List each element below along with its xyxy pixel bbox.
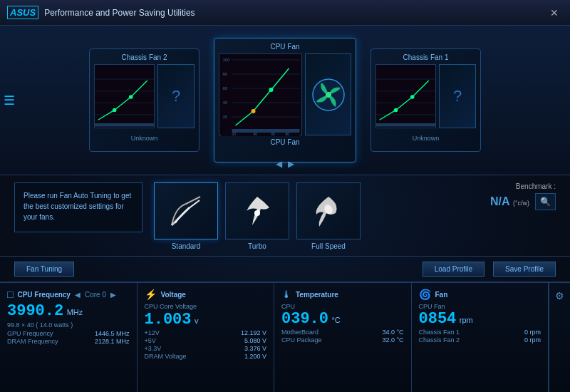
chassis-fan1-card: Chassis Fan 1 ? [370, 48, 481, 152]
svg-text:20: 20 [223, 115, 228, 119]
main-content: ☰ Chassis Fan 2 [0, 26, 570, 392]
fan-info-box: Please run Fan Auto Tuning to get the be… [14, 182, 142, 232]
cpu-temp-label: CPU [281, 303, 295, 310]
cpu-fan-graph: 100 80 60 40 20 [219, 53, 302, 135]
svg-point-33 [394, 108, 398, 113]
cpu-fan-name: CPU Fan [219, 138, 351, 146]
next-page[interactable]: ▶ [288, 159, 294, 169]
cpu-dram-row: DRAM Frequency 2128.1 MHz [7, 338, 130, 345]
v33-label: +3.3V [145, 345, 162, 352]
cpu-dram-label: DRAM Frequency [7, 338, 58, 345]
svg-text:40: 40 [223, 100, 228, 105]
svg-point-34 [410, 95, 415, 99]
cpu-nav-label[interactable]: Core 0 [85, 291, 106, 299]
cpu-icon: □ [7, 289, 13, 300]
chassis-fan2-title: Chassis Fan 2 [94, 53, 195, 61]
temp-icon: 🌡 [281, 289, 291, 300]
voltage-icon: ⚡ [145, 289, 157, 300]
prev-page[interactable]: ◀ [276, 159, 282, 169]
chassis-fan2-card: Chassis Fan 2 [89, 48, 200, 152]
chassis-fan2-status: Unknown [131, 135, 158, 142]
cpu-panel: □ CPU Frequency ◀ Core 0 ▶ 3990.2 MHz 99… [0, 283, 138, 392]
v5-value: 5.080 V [244, 337, 266, 344]
chassis2-fan-label: Chassis Fan 2 [419, 336, 460, 344]
cpu-main-value: 3990.2 [7, 302, 63, 320]
chassis-fan1-title: Chassis Fan 1 [375, 53, 476, 61]
mode-standard[interactable]: Standard [154, 182, 218, 250]
cpu-nav-prev[interactable]: ◀ [75, 291, 81, 299]
stats-section: □ CPU Frequency ◀ Core 0 ▶ 3990.2 MHz 99… [0, 282, 570, 392]
voltage-panel: ⚡ Voltage CPU Core Voltage 1.003 v +12V … [138, 283, 275, 392]
svg-point-19 [252, 109, 256, 113]
app-title: Performance and Power Saving Utilities [44, 8, 195, 18]
voltage-panel-title: Voltage [161, 291, 186, 299]
benchmark-label: Benchmark : [490, 182, 556, 190]
mb-temp-row: MotherBoard 34.0 °C [281, 329, 404, 336]
svg-text:40: 40 [254, 132, 258, 136]
svg-rect-7 [95, 123, 154, 127]
sidebar-expand[interactable]: ☰ [0, 87, 19, 114]
cpu-core-voltage-row: CPU Core Voltage [145, 303, 267, 310]
chassis-fan2-icon: ? [157, 64, 195, 128]
benchmark-value: N/A [490, 195, 510, 207]
cpu-fan-label-row: CPU Fan [419, 303, 542, 310]
cpu-temp-label-row: CPU [281, 303, 404, 310]
mode-fullspeed[interactable]: Full Speed [296, 182, 361, 250]
mode-section: Please run Fan Auto Tuning to get the be… [0, 175, 570, 257]
fan-stats-panel: 🌀 Fan CPU Fan 0854 rpm Chassis Fan 1 0 r… [412, 283, 549, 392]
benchmark-box: Benchmark : N/A (°c/w) 🔍 [490, 182, 556, 210]
chassis-fan1-status: Unknown [413, 135, 440, 142]
fan-tuning-button[interactable]: Fan Tuning [14, 262, 74, 277]
cpu-fan-card: CPU Fan 100 80 60 40 20 [214, 38, 356, 163]
temp-main-value: 039.0 [281, 310, 328, 328]
cpu-pkg-label: CPU Package [281, 336, 322, 344]
chassis2-fan-value: 0 rpm [524, 336, 541, 344]
temp-panel-title: Temperature [296, 291, 338, 299]
asus-logo: ASUS [7, 6, 38, 19]
cpu-sub-text: 99.8 × 40 ( 14.0 watts ) [7, 321, 130, 329]
cpu-core-voltage-label: CPU Core Voltage [145, 303, 197, 310]
chassis1-fan-value: 0 rpm [524, 329, 541, 336]
load-profile-button[interactable]: Load Profile [423, 262, 484, 277]
fan-pagination: ◀ ▶ [276, 156, 294, 172]
benchmark-unit: (°c/w) [513, 200, 529, 207]
chassis-fan1-icon: ? [439, 64, 476, 128]
gear-panel: ⚙ [549, 283, 570, 392]
temperature-panel: 🌡 Temperature CPU 039.0 °C MotherBoard 3… [274, 283, 412, 392]
close-button[interactable]: ✕ [546, 7, 563, 19]
voltage-main-unit: v [195, 316, 199, 325]
benchmark-button[interactable]: 🔍 [535, 193, 556, 210]
save-profile-button[interactable]: Save Profile [493, 262, 556, 277]
cpu-nav-next[interactable]: ▶ [110, 291, 116, 299]
settings-gear-icon[interactable]: ⚙ [555, 290, 564, 301]
svg-text:80: 80 [223, 72, 228, 76]
mb-temp-label: MotherBoard [281, 329, 318, 336]
mode-turbo[interactable]: Turbo [225, 182, 289, 250]
fan-section: ☰ Chassis Fan 2 [0, 26, 570, 175]
svg-rect-0 [95, 68, 154, 127]
v33-value: 3.376 V [244, 345, 266, 352]
v12-row: +12V 12.192 V [145, 329, 267, 336]
dram-voltage-value: 1.200 V [244, 353, 266, 360]
svg-rect-28 [376, 68, 435, 127]
cpu-main-unit: MHz [67, 308, 83, 316]
cpu-pkg-temp-row: CPU Package 32.0 °C [281, 336, 404, 344]
chassis-fan1-graph [375, 64, 436, 128]
fullspeed-label: Full Speed [296, 242, 361, 250]
v12-label: +12V [145, 329, 160, 336]
dram-voltage-label: DRAM Voltage [145, 353, 187, 360]
svg-point-36 [254, 210, 260, 216]
cpu-gpu-label: GPU Frequency [7, 330, 53, 337]
v5-label: +5V [145, 337, 156, 344]
chassis-fan2-graph [94, 64, 155, 128]
svg-rect-35 [376, 123, 435, 127]
v5-row: +5V 5.080 V [145, 337, 267, 344]
fan-main-unit: rpm [460, 316, 473, 324]
standard-label: Standard [154, 242, 218, 250]
turbo-label: Turbo [225, 242, 289, 250]
svg-text:20: 20 [232, 132, 237, 136]
cpu-dram-value: 2128.1 MHz [95, 338, 130, 345]
cpu-gpu-value: 1446.5 MHz [95, 330, 130, 337]
chassis2-fan-row: Chassis Fan 2 0 rpm [419, 336, 542, 344]
fan-main-value: 0854 [419, 310, 457, 328]
